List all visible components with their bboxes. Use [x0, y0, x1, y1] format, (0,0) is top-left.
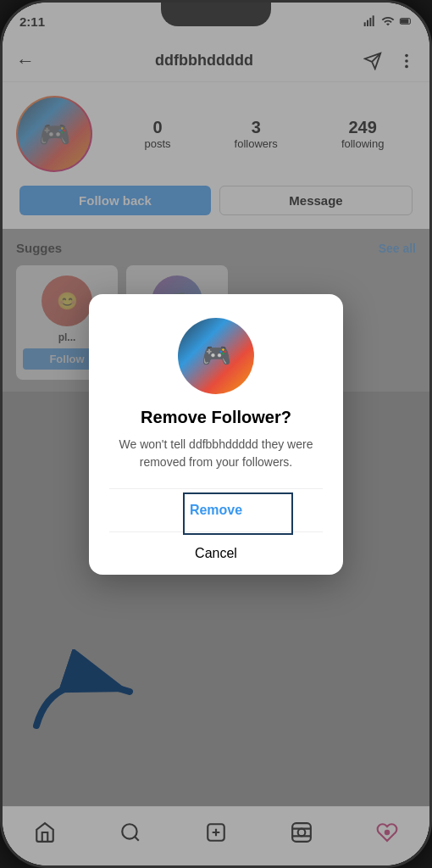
remove-button[interactable]: Remove — [109, 489, 323, 532]
modal-avatar: 🎮 — [178, 318, 254, 394]
remove-follower-modal: 🎮 Remove Follower? We won't tell ddfbbhd… — [89, 294, 343, 575]
modal-description: We won't tell ddfbbhddddd they were remo… — [109, 436, 323, 471]
modal-actions: Remove Cancel — [109, 488, 323, 575]
phone-screen: 2:11 ← ddfbbhddddd 🎮 — [3, 3, 429, 865]
modal-overlay: 🎮 Remove Follower? We won't tell ddfbbhd… — [3, 3, 429, 865]
cancel-button[interactable]: Cancel — [109, 532, 323, 575]
phone-frame: 2:11 ← ddfbbhddddd 🎮 — [0, 0, 432, 868]
modal-title: Remove Follower? — [141, 408, 291, 427]
arrow-annotation — [28, 649, 172, 734]
